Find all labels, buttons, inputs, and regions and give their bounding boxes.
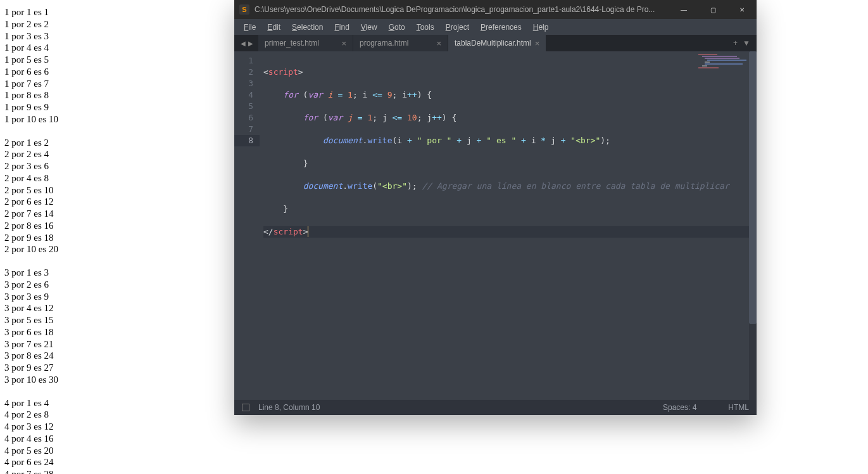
output-line: 1 por 6 es 6 xyxy=(4,66,58,78)
line-number[interactable]: 4 xyxy=(234,89,260,101)
menu-find[interactable]: Find xyxy=(329,21,355,34)
code-content[interactable]: <script> for (var i = 1; i <= 9; i++) { … xyxy=(260,51,757,400)
output-line: 1 por 3 es 3 xyxy=(4,30,58,42)
menu-help[interactable]: Help xyxy=(527,21,555,34)
tab-close-icon[interactable]: × xyxy=(535,39,540,48)
tab-menu-icon[interactable]: ▼ xyxy=(743,39,750,48)
window-controls: — ▢ ✕ xyxy=(669,0,757,19)
tab-overflow: + ▼ xyxy=(727,35,757,51)
output-line: 2 por 6 es 12 xyxy=(4,196,58,208)
output-line: 2 por 10 es 20 xyxy=(4,243,58,255)
output-line: 3 por 6 es 18 xyxy=(4,326,58,338)
tab-forward-icon[interactable]: ▶ xyxy=(247,40,255,47)
sublime-text-window: S C:\Users\yerso\OneDrive\Documents\Logi… xyxy=(234,0,757,415)
multiplication-table-block: 2 por 1 es 22 por 2 es 42 por 3 es 62 po… xyxy=(4,137,58,256)
output-line: 2 por 9 es 18 xyxy=(4,232,58,244)
output-line: 3 por 4 es 12 xyxy=(4,302,58,314)
menu-preferences[interactable]: Preferences xyxy=(475,21,527,34)
maximize-button[interactable]: ▢ xyxy=(698,0,727,19)
window-title: C:\Users\yerso\OneDrive\Documents\Logica… xyxy=(255,5,669,14)
output-line: 4 por 6 es 24 xyxy=(4,456,58,468)
status-panel-icon[interactable] xyxy=(242,404,249,411)
status-syntax[interactable]: HTML xyxy=(728,403,749,412)
line-gutter: 12345678 xyxy=(234,51,260,400)
line-number[interactable]: 5 xyxy=(234,101,260,112)
scrollbar-thumb[interactable] xyxy=(749,51,757,324)
menu-file[interactable]: File xyxy=(238,21,261,34)
line-number[interactable]: 2 xyxy=(234,67,260,78)
output-line: 1 por 10 es 10 xyxy=(4,113,58,125)
tab-label: programa.html xyxy=(360,39,432,48)
menu-view[interactable]: View xyxy=(355,21,383,34)
menu-edit[interactable]: Edit xyxy=(261,21,286,34)
output-line: 2 por 7 es 14 xyxy=(4,208,58,220)
output-line: 1 por 2 es 2 xyxy=(4,18,58,30)
app-icon: S xyxy=(239,4,249,15)
output-line: 2 por 8 es 16 xyxy=(4,220,58,232)
minimap[interactable] xyxy=(697,54,748,79)
close-button[interactable]: ✕ xyxy=(727,0,757,19)
tab-programa-html[interactable]: programa.html× xyxy=(353,35,448,51)
line-number[interactable]: 7 xyxy=(234,124,260,135)
statusbar: Line 8, Column 10 Spaces: 4 HTML xyxy=(234,400,757,415)
output-line: 2 por 4 es 8 xyxy=(4,172,58,184)
multiplication-table-block: 4 por 1 es 44 por 2 es 84 por 3 es 124 p… xyxy=(4,397,58,475)
tab-back-icon[interactable]: ◀ xyxy=(239,40,247,47)
tab-primer_test-html[interactable]: primer_test.html× xyxy=(258,35,353,51)
output-line: 3 por 8 es 24 xyxy=(4,350,58,362)
output-line: 3 por 10 es 30 xyxy=(4,374,58,386)
output-line: 1 por 9 es 9 xyxy=(4,101,58,113)
tab-label: primer_test.html xyxy=(265,39,337,48)
text-cursor xyxy=(308,226,308,237)
new-tab-icon[interactable]: + xyxy=(733,39,738,48)
multiplication-table-block: 1 por 1 es 11 por 2 es 21 por 3 es 31 po… xyxy=(4,6,58,125)
tab-label: tablaDeMultiplicar.html xyxy=(455,39,531,48)
browser-output: 1 por 1 es 11 por 2 es 21 por 3 es 31 po… xyxy=(4,6,58,474)
menu-tools[interactable]: Tools xyxy=(411,21,440,34)
output-line: 4 por 7 es 28 xyxy=(4,468,58,474)
line-number[interactable]: 6 xyxy=(234,112,260,124)
tab-tablaDeMultiplicar-html[interactable]: tablaDeMultiplicar.html× xyxy=(448,35,546,51)
titlebar[interactable]: S C:\Users\yerso\OneDrive\Documents\Logi… xyxy=(234,0,757,19)
output-line: 2 por 1 es 2 xyxy=(4,137,58,149)
menu-selection[interactable]: Selection xyxy=(286,21,329,34)
multiplication-table-block: 3 por 1 es 33 por 2 es 63 por 3 es 93 po… xyxy=(4,267,58,386)
output-line: 3 por 9 es 27 xyxy=(4,362,58,374)
output-line: 1 por 8 es 8 xyxy=(4,89,58,101)
tab-close-icon[interactable]: × xyxy=(436,39,441,48)
output-line: 4 por 4 es 16 xyxy=(4,433,58,445)
minimize-button[interactable]: — xyxy=(669,0,698,19)
output-line: 1 por 5 es 5 xyxy=(4,54,58,66)
tabbar: ◀ ▶ primer_test.html×programa.html×tabla… xyxy=(234,35,757,51)
output-line: 3 por 7 es 21 xyxy=(4,338,58,350)
status-position[interactable]: Line 8, Column 10 xyxy=(258,403,663,412)
editor-scrollbar[interactable] xyxy=(749,51,757,400)
output-line: 2 por 3 es 6 xyxy=(4,160,58,172)
menu-project[interactable]: Project xyxy=(440,21,475,34)
editor-area[interactable]: 12345678 <script> for (var i = 1; i <= 9… xyxy=(234,51,757,400)
output-line: 1 por 4 es 4 xyxy=(4,42,58,54)
output-line: 3 por 3 es 9 xyxy=(4,291,58,303)
output-line: 3 por 2 es 6 xyxy=(4,279,58,291)
output-line: 1 por 1 es 1 xyxy=(4,6,58,18)
output-line: 4 por 5 es 20 xyxy=(4,445,58,457)
output-line: 2 por 5 es 10 xyxy=(4,184,58,196)
status-indent[interactable]: Spaces: 4 xyxy=(663,403,696,412)
menubar: FileEditSelectionFindViewGotoToolsProjec… xyxy=(234,19,757,35)
tab-close-icon[interactable]: × xyxy=(341,39,346,48)
tab-nav: ◀ ▶ xyxy=(238,35,258,51)
output-line: 4 por 3 es 12 xyxy=(4,421,58,433)
output-line: 3 por 1 es 3 xyxy=(4,267,58,279)
line-number[interactable]: 1 xyxy=(234,55,260,67)
output-line: 1 por 7 es 7 xyxy=(4,78,58,90)
menu-goto[interactable]: Goto xyxy=(383,21,411,34)
line-number[interactable]: 8 xyxy=(234,135,260,146)
output-line: 4 por 1 es 4 xyxy=(4,397,58,409)
line-number[interactable]: 3 xyxy=(234,78,260,89)
output-line: 4 por 2 es 8 xyxy=(4,409,58,421)
output-line: 3 por 5 es 15 xyxy=(4,314,58,326)
output-line: 2 por 2 es 4 xyxy=(4,148,58,160)
